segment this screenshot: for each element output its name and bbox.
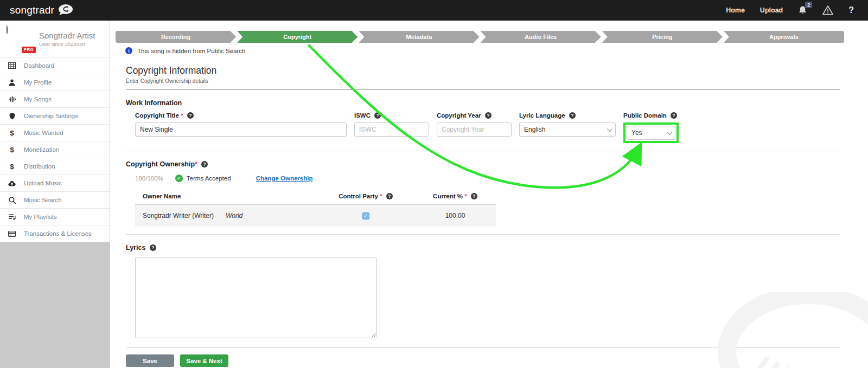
copyright-title-label: Copyright Title * ? — [135, 112, 347, 119]
required-mark: * — [195, 160, 197, 168]
notice-text: This song is hidden from Public Search — [137, 48, 245, 54]
save-button[interactable]: Save — [126, 354, 174, 367]
lyric-language-select[interactable]: English — [519, 122, 616, 137]
lyric-language-value: English — [524, 126, 545, 133]
current-percent-header: Current % * ? — [414, 193, 496, 199]
owner-name-header: Owner Name — [143, 193, 317, 199]
warning-icon[interactable] — [822, 5, 833, 15]
table-row: Songtradr Writer (Writer) World ✓ 100.00 — [135, 205, 496, 227]
help-icon[interactable]: ? — [386, 193, 393, 199]
notifications-bell-icon[interactable]: 2 — [798, 5, 807, 15]
top-header: songtradr Home Upload 2 ? — [0, 0, 868, 21]
copyright-year-input[interactable] — [437, 122, 512, 137]
owner-name: Songtradr Writer (Writer) — [143, 212, 214, 219]
sidebar-item-ownership-settings[interactable]: Ownership Settings — [0, 108, 110, 125]
required-mark: * — [464, 193, 467, 199]
work-information-heading: Work Information — [126, 99, 868, 107]
copyright-title-field: Copyright Title * ? — [135, 112, 347, 137]
copyright-title-input[interactable] — [135, 122, 347, 137]
songtradr-bubble-icon — [58, 4, 74, 17]
copyright-ownership-heading: Copyright Ownership* ? — [126, 160, 868, 168]
help-icon[interactable]: ? — [569, 112, 576, 119]
step-audio-files[interactable]: Audio Files — [481, 31, 601, 43]
user-profile[interactable]: PRO Songtradr Artist User since 3/5/2020 — [0, 21, 110, 57]
help-icon[interactable]: ? — [848, 5, 854, 15]
nav-home[interactable]: Home — [726, 7, 745, 14]
help-icon[interactable]: ? — [187, 112, 194, 119]
step-recording[interactable]: Recording — [116, 31, 236, 43]
profile-since: User since 3/5/2020 — [39, 41, 95, 47]
sidebar-item-transactions-licenses[interactable]: Transactions & Licenses — [0, 225, 110, 242]
sidebar-item-music-search[interactable]: Music Search — [0, 192, 110, 209]
help-icon[interactable]: ? — [150, 244, 156, 251]
sidebar-item-label: Ownership Settings — [24, 113, 78, 119]
copyright-year-field: Copyright Year ? — [437, 112, 512, 137]
sidebar-item-my-profile[interactable]: My Profile — [0, 74, 110, 91]
help-icon[interactable]: ? — [485, 112, 492, 119]
public-domain-select[interactable]: Yes — [627, 126, 675, 140]
nav-upload[interactable]: Upload — [760, 7, 783, 14]
sidebar-item-label: My Songs — [24, 96, 52, 102]
cloud-upload-icon — [8, 180, 16, 186]
lyrics-textarea[interactable] — [135, 257, 376, 338]
ownership-progress: 100/100% — [135, 175, 163, 182]
dollar-icon: $ — [8, 129, 16, 137]
public-domain-field: Public Domain ? Yes — [623, 112, 679, 143]
divider — [126, 89, 840, 90]
current-percent-value: 100.00 — [414, 212, 496, 219]
help-icon[interactable]: ? — [671, 112, 677, 119]
required-mark: * — [380, 193, 382, 199]
required-mark: * — [181, 112, 183, 119]
iswc-field: ISWC ? — [354, 112, 429, 137]
step-copyright[interactable]: Copyright — [237, 31, 358, 43]
lyric-language-label: Lyric Language ? — [519, 112, 616, 119]
songtradr-logo[interactable]: songtradr — [10, 4, 74, 17]
lyrics-heading: Lyrics ? — [126, 244, 868, 251]
workflow-stepper: Recording Copyright Metadata Audio Files… — [116, 31, 844, 43]
sidebar-item-label: My Profile — [24, 79, 52, 86]
sidebar-item-label: Transactions & Licenses — [24, 230, 92, 237]
sidebar-item-music-wanted[interactable]: $ Music Wanted — [0, 125, 110, 141]
credit-card-icon — [8, 231, 16, 237]
step-approvals[interactable]: Approvals — [724, 31, 844, 43]
ownership-table-header: Owner Name Control Party * ? Current % *… — [135, 190, 496, 205]
ownership-table: Owner Name Control Party * ? Current % *… — [135, 190, 496, 227]
owner-territory: World — [226, 212, 242, 219]
public-domain-value: Yes — [631, 129, 642, 137]
sidebar-item-my-playlists[interactable]: My Playlists — [0, 209, 110, 225]
divider — [126, 151, 840, 151]
terms-accepted-label: Terms Accepted — [187, 175, 231, 182]
sidebar-item-label: My Playlists — [24, 214, 57, 220]
playlist-icon — [8, 214, 16, 220]
sidebar-item-monetization[interactable]: $ Monetization — [0, 141, 110, 158]
pro-badge: PRO — [22, 47, 36, 53]
save-next-button[interactable]: Save & Next — [180, 354, 228, 367]
dollar-icon: $ — [8, 163, 16, 171]
help-icon[interactable]: ? — [201, 161, 208, 167]
step-pricing[interactable]: Pricing — [602, 31, 723, 43]
sidebar-item-my-songs[interactable]: My Songs — [0, 91, 110, 108]
search-icon — [8, 197, 16, 204]
help-icon[interactable]: ? — [374, 112, 381, 119]
control-party-header: Control Party * ? — [317, 193, 414, 199]
equalizer-icon — [8, 96, 16, 102]
divider — [126, 234, 840, 235]
main-content: Recording Copyright Metadata Audio Files… — [111, 21, 868, 368]
control-party-checkbox[interactable]: ✓ — [362, 212, 369, 219]
sidebar-item-label: Monetization — [24, 146, 59, 153]
sidebar: PRO Songtradr Artist User since 3/5/2020… — [0, 21, 110, 368]
sidebar-item-upload-music[interactable]: Upload Music — [0, 175, 110, 192]
annotation-highlight-box: Yes — [623, 122, 679, 143]
sidebar-item-distribution[interactable]: $ Distribution — [0, 158, 110, 175]
sidebar-item-label: Music Wanted — [24, 130, 63, 136]
sidebar-item-label: Music Search — [24, 197, 62, 203]
notifications-count-badge: 2 — [805, 2, 812, 8]
grid-icon — [8, 62, 16, 69]
change-ownership-link[interactable]: Change Ownership — [256, 175, 313, 182]
sidebar-item-dashboard[interactable]: Dashboard — [0, 57, 110, 74]
help-icon[interactable]: ? — [471, 193, 477, 199]
avatar — [7, 25, 8, 34]
step-metadata[interactable]: Metadata — [359, 31, 479, 43]
chevron-down-icon — [667, 130, 672, 135]
iswc-input[interactable] — [354, 122, 429, 137]
